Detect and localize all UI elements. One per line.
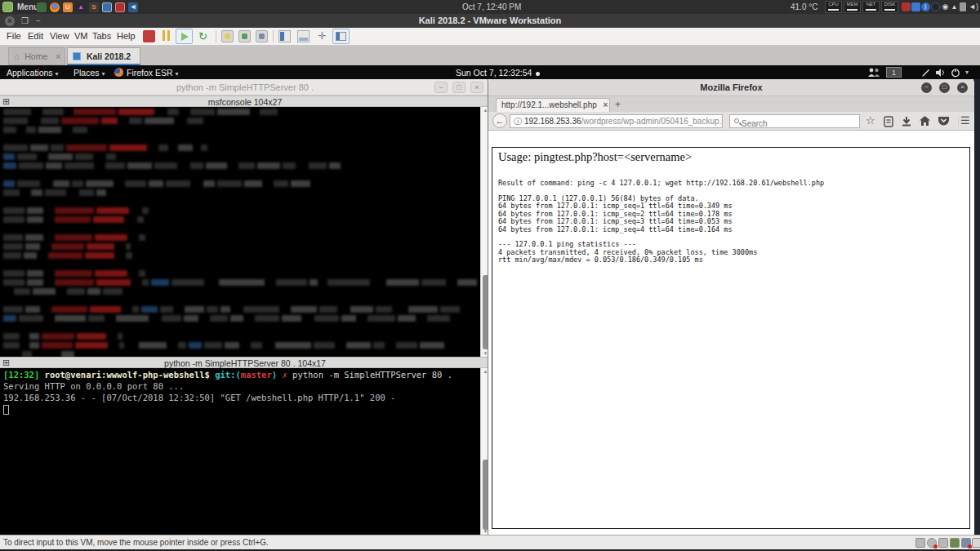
menu-help[interactable]: Help [117, 31, 136, 41]
vmware-statusbar: To direct input to this VM, move the mou… [0, 535, 980, 549]
pane2-titlebar[interactable]: ⊞ python -m SimpleHTTPServer 80 . 104x17 [0, 357, 490, 368]
back-button[interactable]: ← [492, 113, 507, 128]
pause-button[interactable] [160, 30, 172, 42]
orange-app-launcher-icon[interactable]: U [63, 2, 73, 12]
tab-kali[interactable]: Kali 2018.2 × [67, 47, 140, 65]
droplet-app-launcher-icon[interactable]: ▲ [76, 2, 86, 12]
snapshot-manager-button[interactable] [256, 30, 268, 42]
url-path: /wordpress/wp-admin/050416_backup.php?hc [581, 117, 723, 126]
revert-snapshot-button[interactable] [238, 30, 251, 42]
browser-tab[interactable]: http://192.1...webshell.php × [496, 98, 610, 112]
pane2-title: python -m SimpleHTTPServer 80 . 104x17 [0, 358, 490, 368]
menu-edit[interactable]: Edit [28, 31, 43, 41]
mint-menu-icon[interactable] [2, 2, 13, 12]
battery-tray-icon[interactable] [960, 2, 966, 11]
search-input[interactable] [742, 119, 840, 128]
files-launcher-icon[interactable] [37, 2, 47, 12]
firefox-minimize-icon[interactable]: − [921, 82, 932, 93]
volume-tray-icon[interactable]: ◄) [969, 2, 978, 11]
menu-vm[interactable]: VM [74, 31, 88, 41]
terminal-maximize-icon[interactable]: □ [452, 82, 466, 93]
power-off-button[interactable] [143, 30, 155, 42]
vmware-titlebar: × ❐ − Kali 2018.2 - VMware Workstation [0, 14, 980, 28]
firefox-maximize-icon[interactable]: □ [939, 82, 950, 93]
play-button[interactable] [176, 29, 193, 44]
firefox-tabstrip: http://192.1...webshell.php × + [488, 96, 974, 112]
red-app-launcher-icon[interactable] [115, 2, 125, 12]
terminal-window-title: python -m SimpleHTTPServer 80 . [0, 82, 490, 92]
screen-tool-icon[interactable] [921, 68, 931, 78]
menu-hamburger-icon[interactable]: ☰ [960, 114, 970, 127]
display-device-icon[interactable] [950, 538, 960, 548]
snapshot-button[interactable] [221, 30, 234, 42]
webshell-output-frame: Usage: pingtest.php?host=<servername> Re… [492, 147, 970, 529]
printer-device-icon[interactable] [938, 538, 948, 548]
bookmarks-menu-icon[interactable] [884, 116, 893, 127]
sync-tray-icon[interactable] [911, 2, 920, 11]
bluetooth-tray-icon[interactable]: ᛒ [921, 2, 930, 11]
firefox-close-icon[interactable]: × [957, 82, 968, 93]
bookmark-star-icon[interactable]: ☆ [866, 114, 875, 127]
home-icon[interactable] [920, 116, 930, 126]
shell-prompt-line: [12:32] root@venari:wwwolf-php-webshell$… [3, 370, 452, 380]
pane1-titlebar[interactable]: ⊞ msfconsole 104x27 [0, 96, 490, 107]
terminal-close-icon[interactable]: × [470, 82, 483, 93]
location-pin-tray-icon[interactable]: ◉ [941, 2, 950, 11]
firefox-titlebar[interactable]: Mozilla Firefox − □ × [488, 79, 974, 96]
net-monitor[interactable]: NET [862, 1, 880, 13]
pocket-icon[interactable] [938, 116, 949, 126]
console-view-button[interactable] [332, 29, 350, 44]
firefox-panel-icon[interactable] [114, 68, 123, 77]
downloads-icon[interactable] [902, 117, 911, 127]
page-content: Usage: pingtest.php?host=<servername> Re… [488, 131, 974, 535]
chrome-launcher-icon[interactable] [50, 2, 60, 12]
wifi-tray-icon[interactable]: ▲ [950, 2, 959, 11]
menu-view[interactable]: View [50, 31, 69, 41]
tab-home[interactable]: ⌂ Home × [8, 47, 65, 65]
terminal-minimize-icon[interactable]: − [434, 82, 448, 93]
firefox-navbar: ← ⓘ192.168.253.36/wordpress/wp-admin/050… [488, 112, 974, 131]
resize-grip-icon[interactable] [972, 538, 980, 548]
terminal-cursor [3, 405, 9, 415]
search-bar[interactable] [729, 114, 860, 128]
browser-tab-close-icon[interactable]: × [604, 100, 608, 109]
reset-button[interactable]: ↻ [198, 30, 211, 42]
fullscreen-button[interactable]: ✛ [316, 30, 328, 42]
floppy-device-icon[interactable] [915, 538, 925, 548]
kali-clock[interactable]: Sun Oct 7, 12:32:54 [456, 68, 540, 78]
vmware-launcher-icon[interactable]: ◄ [128, 2, 138, 12]
msfconsole-pane[interactable]: ▲ ▼ [0, 107, 490, 357]
cdrom-device-icon[interactable] [927, 538, 937, 548]
places-menu[interactable]: Places ▾ [74, 68, 105, 78]
cpu-monitor[interactable]: CPU [825, 1, 842, 13]
show-library-button[interactable] [278, 30, 291, 42]
site-info-icon[interactable]: ⓘ [514, 117, 522, 126]
sublime-launcher-icon[interactable]: S [89, 2, 99, 12]
vmware-tabbar: ⌂ Home × Kali 2018.2 × [0, 46, 980, 65]
dark-app-tray-icon[interactable] [931, 2, 940, 11]
menu-tabs[interactable]: Tabs [92, 31, 111, 41]
menu-file[interactable]: File [7, 31, 21, 41]
panel-caret-icon[interactable]: ▾ [965, 69, 969, 76]
shield-tray-icon[interactable] [902, 2, 911, 11]
workspace-indicator[interactable]: 1 [886, 67, 902, 78]
host-clock[interactable]: Oct 7, 12:40 PM [462, 2, 521, 11]
terminal-titlebar[interactable]: python -m SimpleHTTPServer 80 . − □ × [0, 79, 490, 96]
volume-panel-icon[interactable] [936, 68, 947, 78]
blue-app-launcher-icon[interactable] [102, 2, 112, 12]
firefox-esr-menu[interactable]: Firefox ESR ▾ [127, 68, 179, 78]
ping-output-line: 64 bytes from 127.0.0.1: icmp_seq=4 ttl=… [498, 226, 733, 233]
users-indicator-icon[interactable] [867, 68, 880, 77]
host-menu-button[interactable]: Menu [17, 2, 38, 11]
power-panel-icon[interactable] [951, 68, 960, 78]
applications-menu[interactable]: Applications ▾ [7, 68, 59, 78]
new-tab-button[interactable]: + [615, 99, 621, 110]
tab-home-close-icon[interactable]: × [56, 51, 60, 61]
show-thumbnail-bar-button[interactable] [297, 30, 310, 42]
disk-monitor[interactable]: DISK [881, 1, 898, 13]
mem-monitor[interactable]: MEM [844, 1, 861, 13]
caret-down-icon: ▾ [101, 70, 105, 78]
url-bar[interactable]: ⓘ192.168.253.36/wordpress/wp-admin/05041… [510, 114, 723, 128]
python-server-pane[interactable]: [12:32] root@venari:wwwolf-php-webshell$… [0, 368, 490, 535]
network-device-icon[interactable] [961, 538, 971, 548]
